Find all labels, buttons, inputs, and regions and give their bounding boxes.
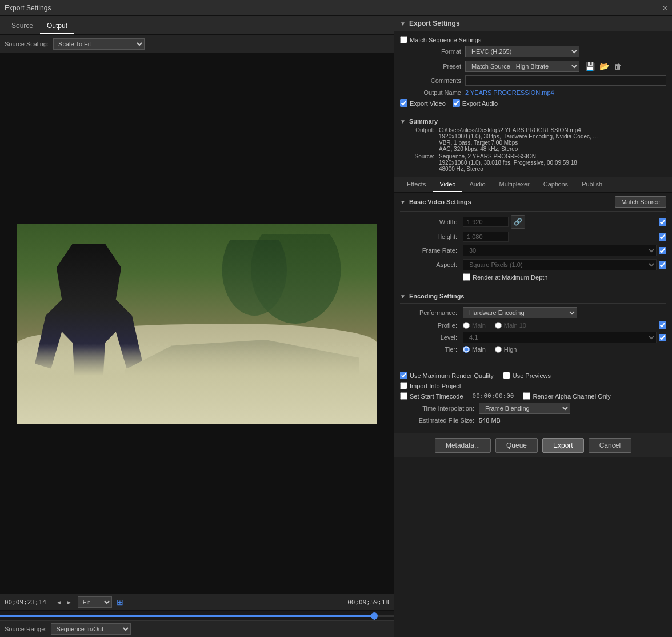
tier-high-radio[interactable] [495, 346, 502, 353]
preset-import-icon[interactable]: 📂 [598, 62, 610, 71]
tab-effects[interactable]: Effects [400, 177, 433, 192]
close-button[interactable]: × [663, 3, 667, 13]
profile-main-radio[interactable] [463, 322, 470, 329]
summary-source-detail2: 48000 Hz, Stereo [439, 166, 577, 172]
export-audio-checkbox[interactable] [453, 99, 460, 107]
source-range-bar: Source Range: Sequence In/Out [0, 621, 394, 637]
tier-main-radio[interactable] [463, 346, 470, 353]
preset-delete-icon[interactable]: 🗑 [613, 62, 623, 71]
tab-output[interactable]: Output [40, 18, 74, 34]
source-scaling-bar: Source Scaling: Scale To Fit [0, 35, 394, 54]
encoding-header[interactable]: ▼ Encoding Settings [400, 289, 666, 304]
max-render-quality-checkbox[interactable] [400, 372, 407, 379]
format-select[interactable]: HEVC (H.265) [465, 46, 579, 57]
timecode-right: 00;09;59;18 [347, 599, 389, 606]
comments-row: Comments: [400, 75, 666, 86]
import-project-checkbox[interactable] [400, 382, 407, 389]
summary-header[interactable]: ▼ Summary [400, 118, 666, 125]
set-start-timecode-checkbox[interactable] [400, 392, 407, 400]
match-source-button[interactable]: Match Source [615, 196, 666, 208]
export-video-label: Export Video [410, 100, 446, 107]
aspect-select[interactable]: Square Pixels (1.0) [463, 259, 657, 270]
tab-publish[interactable]: Publish [575, 177, 609, 192]
export-settings-arrow: ▼ [400, 21, 406, 27]
import-project-item[interactable]: Import Into Project [400, 382, 461, 389]
tier-high-item[interactable]: High [495, 346, 517, 353]
tab-source[interactable]: Source [5, 18, 40, 34]
comments-input[interactable] [465, 75, 666, 86]
profile-main-item[interactable]: Main [463, 322, 486, 329]
tier-main-item[interactable]: Main [463, 346, 486, 353]
match-sequence-row: Match Sequence Settings [400, 36, 666, 43]
queue-button[interactable]: Queue [495, 438, 538, 453]
summary-source-vals: Sequence, 2 YEARS PROGRESSION 1920x1080 … [439, 153, 577, 172]
tab-video[interactable]: Video [433, 177, 462, 192]
timecode-left: 00;09;23;14 [5, 599, 50, 606]
export-button[interactable]: Export [542, 438, 584, 453]
height-input[interactable] [463, 232, 509, 242]
profile-match-checkbox[interactable] [659, 321, 666, 329]
preset-save-icon[interactable]: 💾 [584, 62, 596, 71]
match-sequence-check-item[interactable]: Match Sequence Settings [400, 36, 481, 43]
summary-arrow: ▼ [400, 118, 406, 125]
performance-select[interactable]: Hardware Encoding [463, 307, 577, 318]
file-size-label: Estimated File Size: [400, 417, 474, 424]
export-settings-title: Export Settings [409, 19, 460, 27]
link-icon[interactable]: 🔗 [511, 215, 525, 229]
set-start-timecode-item[interactable]: Set Start Timecode [400, 392, 463, 400]
performance-row: Performance: Hardware Encoding [400, 307, 666, 318]
tier-main-label: Main [472, 346, 486, 353]
use-previews-checkbox[interactable] [503, 372, 510, 379]
summary-section: ▼ Summary Output: C:\Users\aless\Desktop… [394, 114, 672, 177]
use-previews-item[interactable]: Use Previews [503, 372, 551, 379]
render-depth-row: Render at Maximum Depth [400, 273, 666, 281]
cancel-button[interactable]: Cancel [589, 438, 631, 453]
match-sequence-checkbox[interactable] [400, 36, 407, 43]
metadata-button[interactable]: Metadata... [435, 438, 491, 453]
scrubber-fill [0, 615, 374, 617]
time-interp-label: Time Interpolation: [400, 405, 474, 412]
right-panel: ▼ Export Settings Match Sequence Setting… [394, 16, 672, 637]
export-video-item[interactable]: Export Video [400, 99, 446, 107]
scrubber-marker [371, 617, 377, 620]
render-depth-item[interactable]: Render at Maximum Depth [463, 273, 547, 281]
output-name-link[interactable]: 2 YEARS PROGRESSION.mp4 [465, 89, 554, 96]
time-interp-select[interactable]: Frame Blending [479, 403, 570, 414]
aspect-match-checkbox[interactable] [659, 261, 666, 269]
fit-select[interactable]: Fit [78, 596, 112, 608]
format-label: Format: [400, 48, 463, 55]
summary-source-row: Source: Sequence, 2 YEARS PROGRESSION 19… [400, 153, 666, 172]
render-alpha-checkbox[interactable] [523, 392, 530, 400]
profile-main10-radio[interactable] [495, 322, 502, 329]
frame-rate-match-checkbox[interactable] [659, 247, 666, 254]
max-render-quality-item[interactable]: Use Maximum Render Quality [400, 372, 494, 379]
basic-video-header[interactable]: ▼ Basic Video Settings Match Source [400, 193, 666, 212]
level-match-checkbox[interactable] [659, 334, 666, 341]
summary-output-detail: 1920x1080 (1.0), 30 fps, Hardware Encodi… [439, 133, 598, 140]
export-frame-icon[interactable]: ⊞ [117, 598, 123, 607]
export-settings-header[interactable]: ▼ Export Settings [394, 16, 672, 31]
export-video-checkbox[interactable] [400, 99, 407, 107]
render-depth-checkbox[interactable] [463, 273, 470, 281]
level-label: Level: [400, 334, 457, 341]
source-scaling-select[interactable]: Scale To Fit [53, 38, 145, 50]
width-input[interactable] [463, 217, 509, 227]
profile-label: Profile: [400, 322, 457, 329]
title-bar-title: Export Settings [5, 4, 51, 12]
source-range-select[interactable]: Sequence In/Out [51, 623, 131, 635]
prev-frame-btn[interactable]: ◄ [55, 598, 63, 607]
tab-captions[interactable]: Captions [537, 177, 575, 192]
next-frame-btn[interactable]: ► [65, 598, 73, 607]
tab-multiplexer[interactable]: Multiplexer [493, 177, 537, 192]
render-alpha-item[interactable]: Render Alpha Channel Only [523, 392, 610, 400]
width-match-checkbox[interactable] [659, 218, 666, 226]
video-settings: ▼ Basic Video Settings Match Source Widt… [394, 193, 672, 289]
height-match-checkbox[interactable] [659, 233, 666, 241]
tab-audio[interactable]: Audio [462, 177, 492, 192]
export-audio-item[interactable]: Export Audio [453, 99, 498, 107]
frame-rate-select[interactable]: 30 [463, 245, 657, 256]
scrubber[interactable] [0, 611, 394, 621]
preset-select[interactable]: Match Source - High Bitrate [465, 61, 579, 72]
level-select[interactable]: 4.1 [463, 332, 657, 343]
profile-main10-item[interactable]: Main 10 [495, 322, 526, 329]
